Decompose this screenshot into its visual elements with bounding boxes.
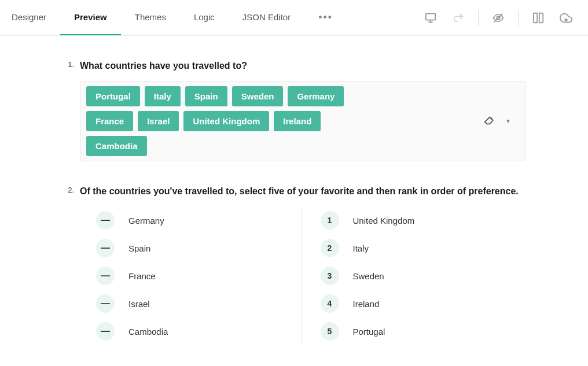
question-body: What countries have you travelled to? Po… (80, 59, 525, 161)
tab-logic[interactable]: Logic (180, 0, 229, 35)
rank-label: Spain (128, 243, 150, 253)
unranked-item[interactable]: — Germany (96, 206, 295, 234)
unranked-badge: — (96, 322, 115, 341)
device-preview-icon[interactable] (420, 8, 441, 28)
unranked-badge: — (96, 211, 115, 230)
tag-input-container[interactable]: Portugal Italy Spain Sweden Germany Fran… (80, 81, 525, 161)
ranking-widget: — Germany — Spain — France — Israel (80, 206, 525, 345)
question-2: 2. Of the countries you've travelled to,… (63, 184, 525, 345)
rank-label: Israel (128, 299, 150, 309)
rank-number-badge: 4 (321, 294, 339, 313)
header: Designer Preview Themes Logic JSON Edito… (0, 0, 588, 36)
question-number: 1. (63, 59, 80, 161)
rank-label: Portugal (353, 327, 385, 337)
tag-cambodia[interactable]: Cambodia (86, 136, 147, 156)
book-icon[interactable] (528, 8, 549, 28)
ranked-item[interactable]: 2 Italy (321, 234, 519, 262)
tag-israel[interactable]: Israel (138, 111, 179, 131)
tag-sweden[interactable]: Sweden (232, 86, 284, 106)
rank-label: United Kingdom (353, 216, 415, 225)
ranked-item[interactable]: 5 Portugal (321, 317, 519, 345)
unranked-item[interactable]: — France (96, 262, 295, 290)
rank-label: Ireland (353, 299, 380, 309)
tab-json-editor[interactable]: JSON Editor (229, 0, 304, 35)
dropdown-chevron-icon[interactable]: ▼ (503, 116, 513, 127)
question-title: Of the countries you've travelled to, se… (80, 184, 525, 198)
toolbar-divider (478, 10, 479, 26)
unranked-badge: — (96, 294, 115, 313)
question-body: Of the countries you've travelled to, se… (80, 184, 525, 345)
more-menu-icon[interactable]: ••• (304, 12, 347, 24)
unranked-badge: — (96, 267, 115, 285)
rank-number-badge: 3 (321, 267, 339, 285)
survey-preview: 1. What countries have you travelled to?… (51, 36, 537, 345)
tag-ireland[interactable]: Ireland (274, 111, 321, 131)
question-number: 2. (63, 184, 80, 345)
tag-portugal[interactable]: Portugal (86, 86, 140, 106)
visibility-off-icon[interactable] (488, 8, 509, 28)
toolbar (420, 8, 576, 28)
tab-themes[interactable]: Themes (121, 0, 180, 35)
unranked-column: — Germany — Spain — France — Israel (96, 206, 302, 345)
rank-number-badge: 5 (321, 322, 339, 341)
rank-number-badge: 1 (321, 211, 339, 230)
tag-list: Portugal Italy Spain Sweden Germany Fran… (85, 85, 386, 157)
tab-list: Designer Preview Themes Logic JSON Edito… (12, 0, 347, 35)
tag-spain[interactable]: Spain (185, 86, 227, 106)
rank-number-badge: 2 (321, 239, 339, 257)
tag-actions: ▼ (483, 114, 520, 128)
cloud-download-icon[interactable] (556, 8, 576, 28)
rank-label: Italy (353, 243, 369, 253)
tag-italy[interactable]: Italy (145, 86, 181, 106)
tag-germany[interactable]: Germany (288, 86, 344, 106)
rank-label: France (128, 271, 156, 281)
ranked-item[interactable]: 3 Sweden (321, 262, 519, 290)
toolbar-divider (518, 10, 519, 26)
question-1: 1. What countries have you travelled to?… (63, 59, 525, 161)
svg-rect-0 (426, 13, 436, 20)
unranked-item[interactable]: — Israel (96, 290, 295, 317)
redo-icon[interactable] (448, 8, 469, 28)
tab-preview[interactable]: Preview (60, 0, 121, 35)
tag-france[interactable]: France (86, 111, 133, 131)
unranked-badge: — (96, 239, 115, 257)
rank-label: Germany (128, 216, 164, 225)
ranked-column: 1 United Kingdom 2 Italy 3 Sweden 4 Irel… (302, 206, 526, 345)
tag-united-kingdom[interactable]: United Kingdom (183, 111, 269, 131)
rank-label: Sweden (353, 271, 384, 281)
ranked-item[interactable]: 1 United Kingdom (321, 206, 519, 234)
unranked-item[interactable]: — Cambodia (96, 317, 295, 345)
unranked-item[interactable]: — Spain (96, 234, 295, 262)
tab-designer[interactable]: Designer (12, 0, 60, 35)
question-title: What countries have you travelled to? (80, 59, 525, 73)
clear-tags-icon[interactable] (483, 114, 496, 128)
rank-label: Cambodia (128, 327, 168, 337)
ranked-item[interactable]: 4 Ireland (321, 290, 519, 317)
